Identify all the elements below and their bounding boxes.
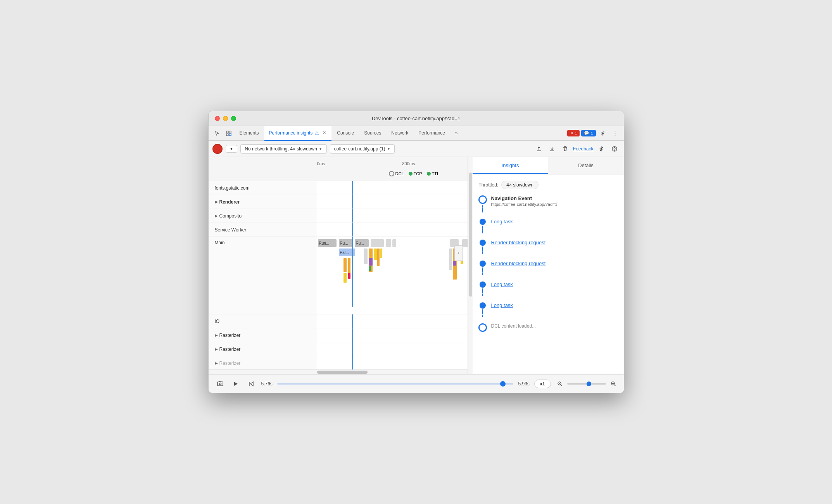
record-dropdown[interactable]: ▼ [226, 145, 238, 153]
row-content-rasterizer3[interactable] [317, 356, 468, 369]
tab-elements[interactable]: Elements [235, 126, 264, 141]
tab-network[interactable]: Network [387, 126, 413, 141]
play-icon[interactable] [230, 378, 241, 389]
skip-back-icon[interactable] [246, 378, 257, 389]
timeline-line-6 [482, 309, 483, 317]
toolbar: ▼ No network throttling, 4× slowdown ▼ c… [209, 141, 624, 157]
chevron-right-button[interactable]: › [454, 245, 463, 261]
fcp-marker: FCP [409, 171, 422, 176]
row-content-renderer[interactable] [317, 195, 468, 209]
task-bar[interactable] [392, 239, 396, 247]
row-content-rasterizer2[interactable] [317, 342, 468, 356]
timeline-dot-container-3 [479, 240, 487, 254]
tab-more[interactable]: » [451, 126, 463, 141]
v-line-main [352, 237, 353, 307]
row-content-main[interactable]: Run... Ru... Ru... Par... [317, 237, 468, 307]
expand-icon-rasterizer3[interactable]: ▶ [215, 361, 218, 365]
scrollbar-thumb[interactable] [317, 371, 368, 374]
zoom-in-icon[interactable] [609, 380, 618, 388]
feedback-link[interactable]: Feedback [573, 146, 594, 152]
tab-sources[interactable]: Sources [359, 126, 386, 141]
svg-rect-2 [226, 134, 228, 136]
task-bar[interactable]: Ru... [339, 239, 353, 247]
zoom-slider[interactable] [567, 383, 606, 385]
maximize-button[interactable] [231, 116, 236, 121]
insights-timeline: Navigation Event https://coffee-cart.net… [479, 195, 618, 338]
tab-console[interactable]: Console [332, 126, 359, 141]
throttle-dropdown[interactable]: No network throttling, 4× slowdown ▼ [240, 144, 326, 154]
timeline-line-4 [482, 268, 483, 275]
zoom-slider-thumb[interactable] [587, 381, 591, 386]
timeline-dot-container-2 [479, 219, 487, 233]
task-bar[interactable] [462, 239, 468, 247]
tab-details[interactable]: Details [548, 157, 624, 174]
row-label-main: Main [209, 237, 317, 307]
timeline-line-3 [482, 247, 483, 254]
expand-icon-rasterizer1[interactable]: ▶ [215, 333, 218, 337]
cursor-icon[interactable] [212, 128, 223, 139]
help-icon[interactable] [609, 143, 620, 154]
tti-dot [427, 172, 431, 176]
message-badge[interactable]: 💬 1 [581, 130, 596, 136]
task-bar[interactable]: Ru... [355, 239, 369, 247]
row-content-io[interactable] [317, 314, 468, 328]
v-line-solid-sw [352, 223, 353, 236]
error-badge[interactable]: ✕ 1 [567, 130, 580, 136]
row-label-spacer [209, 307, 317, 314]
task-bar-detail [344, 273, 347, 283]
timeline-scrollbar[interactable] [209, 369, 468, 374]
row-content-service-worker[interactable] [317, 223, 468, 236]
row-content-rasterizer1[interactable] [317, 328, 468, 342]
insights-content[interactable]: Throttled: 4× slowdown Navigation Event … [473, 174, 624, 374]
vscroll-thumb[interactable] [469, 173, 472, 297]
task-bar[interactable] [386, 239, 391, 247]
settings-icon-2[interactable] [596, 143, 607, 154]
timeline-vertical-scrollbar[interactable] [468, 157, 473, 374]
settings-icon[interactable] [597, 128, 608, 139]
more-icon[interactable]: ⋮ [610, 128, 621, 139]
svg-point-8 [219, 383, 221, 385]
inspect-icon[interactable] [223, 128, 234, 139]
v-dashed-line [393, 237, 393, 307]
table-row: fonts.gstatic.com [209, 181, 468, 195]
main-content: 0ms 800ms 1,600ms DCL FCP [209, 157, 624, 374]
tab-performance[interactable]: Performance [414, 126, 450, 141]
speed-badge[interactable]: x1 [534, 380, 551, 388]
upload-icon[interactable] [533, 143, 544, 154]
table-row: ▶ Rasterizer [209, 342, 468, 356]
tab-close-button[interactable]: ✕ [321, 130, 327, 136]
task-bar[interactable]: Run... [318, 239, 337, 247]
v-line-solid [352, 181, 353, 195]
task-bar-detail [369, 258, 373, 266]
zoom-out-icon[interactable] [556, 380, 564, 388]
row-content-compositor[interactable] [317, 209, 468, 223]
task-bar-parse[interactable]: Par... [339, 249, 355, 256]
fcp-dot [409, 172, 413, 176]
tab-performance-insights[interactable]: Performance insights ⚠ ✕ [264, 126, 332, 141]
row-label-rasterizer1: ▶ Rasterizer [209, 328, 317, 342]
close-button[interactable] [215, 116, 220, 121]
download-icon[interactable] [547, 143, 558, 154]
expand-icon-rasterizer2[interactable]: ▶ [215, 347, 218, 351]
row-label-fonts: fonts.gstatic.com [209, 181, 317, 195]
timeline-line-5 [482, 288, 483, 296]
v-line-solid-renderer [352, 195, 353, 209]
time-marker-0ms: 0ms [317, 161, 325, 166]
screenshot-icon[interactable] [215, 378, 226, 389]
row-content-fonts[interactable] [317, 181, 468, 195]
expand-icon[interactable]: ▶ [215, 200, 218, 204]
list-item: DCL content loaded... [479, 323, 618, 332]
tab-insights[interactable]: Insights [473, 157, 548, 174]
slider-thumb[interactable] [500, 381, 506, 387]
expand-icon-compositor[interactable]: ▶ [215, 214, 218, 218]
time-slider[interactable] [277, 380, 514, 388]
target-dropdown[interactable]: coffee-cart.netlify.app (1) ▼ [330, 144, 395, 154]
table-row-main: Main Run... Ru... Ru... [209, 237, 468, 307]
delete-icon[interactable] [560, 143, 571, 154]
task-bar[interactable] [371, 239, 384, 247]
long-task-dot-2 [480, 281, 486, 288]
target-dropdown-arrow: ▼ [387, 147, 390, 151]
dcl-partial-label: DCL content loaded... [491, 323, 618, 329]
minimize-button[interactable] [223, 116, 228, 121]
record-button[interactable] [212, 144, 223, 154]
